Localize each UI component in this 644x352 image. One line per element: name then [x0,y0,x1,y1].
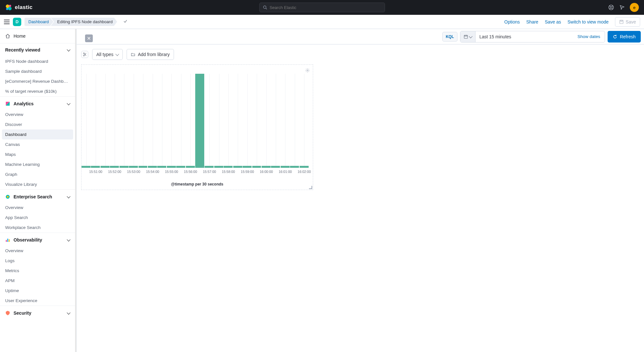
analytics-group[interactable]: Analytics [0,96,75,109]
unsaved-check-icon[interactable] [123,19,128,24]
date-range-text[interactable]: Last 15 minutes [476,34,573,39]
observability-group[interactable]: Observability [0,233,75,246]
security-group[interactable]: Security [0,306,75,319]
chevron-down-icon [67,195,70,198]
breadcrumb-current: Editing IPFS Node dashboard [51,18,117,26]
chart-bar [290,166,299,168]
chart-xtick: 15:59:00 [241,170,254,174]
svg-line-5 [266,8,267,9]
nav-obs-ux[interactable]: User Experience [0,296,75,306]
user-avatar[interactable]: e [630,3,639,12]
nav-toggle-button[interactable] [4,20,10,24]
chevron-down-icon [67,311,70,314]
nav-ent-overview[interactable]: Overview [0,203,75,213]
svg-point-1 [8,7,12,10]
enterprise-search-icon [5,194,10,199]
space-selector[interactable]: D [13,18,21,26]
chevron-down-icon [67,238,70,241]
chart-bar [148,166,157,168]
save-as-link[interactable]: Save as [545,19,561,24]
nav-ent-appsearch[interactable]: App Search [0,213,75,223]
refresh-button[interactable]: Refresh [608,31,641,43]
chart-bar [224,166,233,168]
svg-point-27 [83,53,85,54]
nav-analytics-overview[interactable]: Overview [0,109,75,119]
enterprise-group[interactable]: Enterprise Search [0,189,75,203]
nav-analytics-discover[interactable]: Discover [0,119,75,129]
app-navbar: D Dashboard Editing IPFS Node dashboard … [0,15,644,29]
nav-obs-uptime[interactable]: Uptime [0,286,75,296]
kql-toggle[interactable]: KQL [442,32,457,42]
chart-xtick: 15:54:00 [146,170,159,174]
global-search[interactable] [259,3,385,12]
date-picker[interactable]: Last 15 minutes Show dates [460,31,605,43]
chart-xlabel: @timestamp per 30 seconds [82,182,313,186]
recently-viewed-header[interactable]: Recently viewed [0,43,75,56]
chart-bar [300,166,309,168]
breadcrumb: Dashboard Editing IPFS Node dashboard [24,18,117,26]
resize-handle[interactable] [309,186,312,189]
visualization-panel[interactable]: 15:51:0015:52:0015:53:0015:54:0015:55:00… [81,64,313,190]
chart-bar [110,166,119,168]
switch-view-link[interactable]: Switch to view mode [567,19,609,24]
breadcrumb-dashboard[interactable]: Dashboard [24,18,53,26]
help-icon[interactable] [608,4,614,11]
nav-analytics-visualize[interactable]: Visualize Library [0,179,75,189]
svg-line-9 [612,8,613,9]
all-types-dropdown[interactable]: All types [92,49,123,60]
chart-bar [243,166,252,168]
chart-bar [82,166,91,168]
nav-home[interactable]: Home [0,29,75,43]
svg-point-31 [307,70,308,71]
svg-line-10 [612,6,613,7]
recent-item[interactable]: [eCommerce] Revenue Dashbo… [0,76,75,86]
elastic-logo-text: elastic [15,4,33,11]
recent-item[interactable]: Sample dashboard [0,66,75,76]
nav-analytics-dashboard[interactable]: Dashboard [2,129,73,139]
close-icon [87,36,91,40]
chart-bar [157,166,166,168]
toolbar-overflow-left[interactable] [81,51,88,58]
options-link[interactable]: Options [504,19,520,24]
calendar-button[interactable] [460,31,476,42]
svg-rect-23 [464,35,468,38]
elastic-logo[interactable]: elastic [5,4,33,11]
chart-bar [91,166,100,168]
nav-analytics-graph[interactable]: Graph [0,169,75,179]
nav-analytics-ml[interactable]: Machine Learning [0,159,75,169]
nav-ent-workplace[interactable]: Workplace Search [0,223,75,233]
search-icon [263,5,267,10]
chart-xtick: 16:00:00 [260,170,273,174]
calendar-icon [464,34,468,39]
global-search-input[interactable] [270,5,381,10]
chart-xtick: 15:55:00 [165,170,178,174]
dashboard-toolbar: All types Add from library [77,44,644,64]
chart-xtick: 15:53:00 [127,170,140,174]
chart-xtick: 15:57:00 [203,170,216,174]
collapse-filter-button[interactable] [85,34,93,42]
nav-obs-apm[interactable]: APM [0,276,75,286]
recent-item[interactable]: % of target revenue ($10k) [0,86,75,96]
gear-icon [305,68,310,73]
folder-icon [131,52,135,57]
svg-rect-18 [6,240,7,242]
nav-obs-overview[interactable]: Overview [0,246,75,256]
chevron-down-icon [67,101,70,105]
global-header: elastic e [0,0,644,15]
newsfeed-icon[interactable] [619,4,625,11]
nav-obs-logs[interactable]: Logs [0,256,75,266]
chart: 15:51:0015:52:0015:53:0015:54:0015:55:00… [82,74,309,174]
nav-obs-metrics[interactable]: Metrics [0,266,75,276]
chevron-down-icon [469,34,472,38]
svg-rect-20 [9,239,10,242]
show-dates-link[interactable]: Show dates [573,34,605,39]
svg-line-11 [610,8,610,9]
panel-options-button[interactable] [304,67,311,74]
nav-analytics-maps[interactable]: Maps [0,149,75,159]
kibana-icon [5,101,10,106]
recent-item[interactable]: IPFS Node dashboard [0,56,75,66]
chevron-down-icon [67,48,70,51]
share-link[interactable]: Share [526,19,538,24]
add-from-library-button[interactable]: Add from library [127,49,174,60]
nav-analytics-canvas[interactable]: Canvas [0,139,75,149]
